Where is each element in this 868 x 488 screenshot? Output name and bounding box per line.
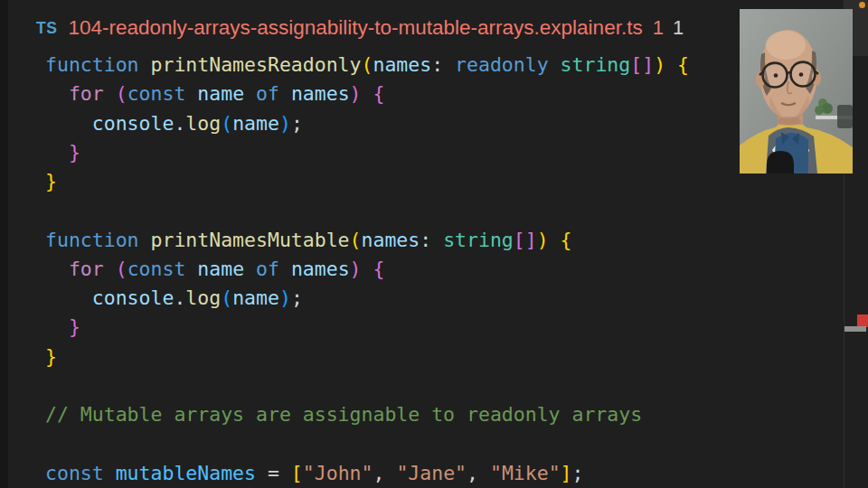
code-token: "Mike" [490,462,561,484]
editor-tab[interactable]: TS 104-readonly-arrays-assignability-to-… [0,0,868,56]
code-line[interactable]: } [45,138,841,167]
code-token: , [467,462,490,484]
status-dot-icon [859,2,865,8]
code-line[interactable] [45,371,841,400]
code-token: = [256,462,291,484]
code-line[interactable]: } [45,167,841,196]
code-line[interactable]: for (const name of names) { [45,80,841,108]
code-token: names [362,229,420,251]
code-token: "John" [303,462,373,484]
code-token: function [45,229,151,251]
code-token: ; [291,112,303,135]
code-line[interactable]: // Mutable arrays are assignable to read… [45,400,841,429]
code-token: string [443,229,514,251]
code-token: . [174,286,185,309]
typescript-file-icon: TS [36,19,57,38]
code-token: } [45,345,57,368]
webcam-overlay [740,9,853,174]
code-token: readonly [455,53,561,76]
code-token: name [197,82,256,105]
code-line[interactable]: for (const name of names) { [45,255,841,284]
code-token [45,258,69,280]
code-token: // Mutable arrays are assignable to read… [45,403,642,426]
code-token: ) [279,286,291,309]
code-token: [ [630,53,642,76]
editor-left-edge [0,0,8,488]
code-token: for [69,258,116,280]
code-line[interactable] [45,196,841,225]
code-line[interactable]: console.log(name); [45,284,841,313]
code-token: string [561,53,631,76]
code-token: [ [514,229,525,251]
code-line[interactable]: } [45,343,841,371]
code-token: ( [350,229,362,251]
code-line[interactable]: const mutableNames = ["John", "Jane", "M… [45,459,841,488]
code-token: { [549,229,572,251]
code-token: for [69,82,116,105]
code-token: . [174,112,185,135]
code-token: [ [291,462,303,484]
code-token [45,82,69,105]
code-token: ) [350,258,362,280]
code-token: { [362,82,385,105]
tab-error-count-badge: 1 [653,16,664,40]
code-token: : [420,229,443,251]
tab-secondary-count-badge: 1 [673,16,684,40]
code-token: name [232,286,279,309]
code-token: of [256,258,291,280]
code-line[interactable] [45,429,841,458]
code-token: } [45,170,57,192]
code-token: ] [561,462,572,484]
code-token: printNamesMutable [151,229,350,251]
code-line[interactable]: } [45,313,841,342]
code-token: function [45,53,151,76]
code-token: printNamesReadonly [151,53,362,76]
code-token: of [256,82,291,105]
code-token: ; [291,286,303,309]
code-token: names [291,82,350,105]
code-token: } [45,315,80,338]
code-token: log [185,286,221,309]
code-area[interactable]: function printNamesReadonly(names: reado… [45,51,841,488]
code-token: console [92,286,175,309]
code-token: { [362,258,385,280]
code-token [45,112,92,135]
code-token: ( [116,258,127,280]
code-token: ( [221,112,232,135]
code-token: ( [221,286,232,309]
code-token: "Jane" [396,462,467,484]
code-token: names [373,53,431,76]
code-line[interactable]: console.log(name); [45,109,841,138]
error-marker [857,314,868,327]
code-token: } [45,141,80,164]
code-token: name [197,258,256,280]
code-token: ( [362,53,373,76]
code-token [45,286,92,309]
code-token: const [127,258,198,280]
code-token: : [431,53,455,76]
code-token: { [665,53,689,76]
tab-filename: 104-readonly-arrays-assignability-to-mut… [68,16,642,40]
code-token: ) [350,82,362,105]
code-token: const [45,462,116,484]
code-token: log [185,112,221,135]
background-object [837,105,853,128]
code-token: names [291,258,350,280]
code-line[interactable]: function printNamesReadonly(names: reado… [45,51,841,80]
code-line[interactable]: function printNamesMutable(names: string… [45,226,841,255]
code-token: name [232,112,279,135]
code-token: const [127,82,198,105]
code-token: ) [279,112,291,135]
presenter-illustration [740,9,853,174]
code-token: mutableNames [116,462,256,484]
code-token: ; [572,462,584,484]
microphone-icon [767,151,794,174]
code-token: ] [642,53,654,76]
code-token: ] [525,229,537,251]
code-token: ( [116,82,127,105]
code-token: , [373,462,396,484]
cursor-position-marker [844,326,866,332]
code-token: ) [654,53,665,76]
code-token: console [92,112,175,135]
code-token: ) [537,229,549,251]
